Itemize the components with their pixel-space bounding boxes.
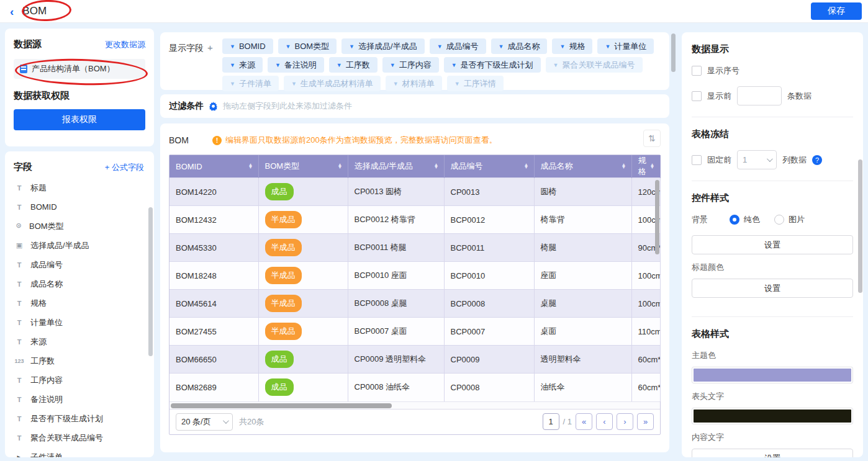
chevron-down-icon: ▼ (286, 43, 291, 50)
chevron-down-icon: ▼ (437, 43, 443, 50)
field-item[interactable]: ▶ 子件清单 (14, 447, 150, 457)
bg-color-set-button[interactable]: 设置 (692, 235, 853, 254)
display-field-chip[interactable]: ▼ 工序内容 (382, 57, 439, 73)
field-item[interactable]: T 工序内容 (14, 370, 150, 390)
content-text-set-button[interactable]: 设置 (692, 449, 853, 457)
chevron-down-icon: ▼ (393, 81, 399, 87)
field-item[interactable]: T 成品名称 (14, 274, 150, 293)
display-field-chip[interactable]: ▼ 成品编号 (430, 38, 486, 54)
sort-arrows-icon[interactable]: ▲▼ (524, 164, 529, 169)
field-item[interactable]: ⊙ BOM类型 (14, 217, 150, 236)
fields-scrollbar[interactable] (148, 207, 153, 356)
field-item[interactable]: T 计量单位 (14, 313, 150, 332)
table-row[interactable]: BOM45330 半成品 BCP0011 椅腿 BCP0011 椅腿 90cm*… (170, 234, 660, 262)
pagination-nav-button[interactable]: › (617, 413, 633, 430)
table-row[interactable]: BOM12432 半成品 BCP0012 椅靠背 BCP0012 椅靠背 100… (170, 206, 660, 234)
table-header-row: BOMID▲▼BOM类型▲▼选择成品/半成品▲▼成品编号▲▼成品名称▲▼规格▲▼ (170, 155, 660, 178)
table-column-header[interactable]: 成品名称▲▼ (534, 155, 631, 178)
display-field-chip[interactable]: ▼ 是否有下级生成计划 (444, 57, 541, 73)
table-horizontal-scrollbar[interactable] (170, 401, 660, 409)
display-field-chip[interactable]: ▼ 备注说明 (268, 57, 324, 73)
freeze-column-select[interactable]: 1 (737, 150, 777, 169)
show-index-checkbox[interactable] (692, 66, 702, 76)
sort-arrows-icon[interactable]: ▲▼ (248, 164, 253, 169)
field-item[interactable]: T 规格 (14, 293, 150, 313)
status-badge: 半成品 (265, 239, 302, 256)
freeze-prefix: 固定前 (707, 154, 731, 166)
table-row[interactable]: BOM14220 成品 CP0013 圆椅 CP0013 圆椅 120cm* (170, 178, 660, 206)
field-item[interactable]: 123 工序数 (14, 351, 150, 370)
datasource-item[interactable]: 产品结构清单（BOM） (14, 59, 145, 79)
table-column-header[interactable]: 规格▲▼ (631, 155, 660, 178)
display-field-chip-disabled[interactable]: ▼ 材料清单 (386, 76, 442, 91)
display-field-chip[interactable]: ▼ BOMID (222, 38, 273, 54)
fields-card: 字段 + 公式字段 T 标题 T BOMID ⊙ BOM类型 (5, 151, 154, 457)
field-type-icon: T (14, 338, 25, 346)
table-row[interactable]: BOM27455 半成品 BCP0007 桌面 BCP0007 桌面 110cm… (170, 318, 660, 346)
back-icon[interactable]: ‹ (10, 6, 14, 17)
pagination-nav-button[interactable]: » (637, 413, 654, 430)
show-first-checkbox[interactable] (692, 91, 702, 101)
display-field-chip[interactable]: ▼ BOM类型 (278, 38, 337, 54)
report-permission-button[interactable]: 报表权限 (14, 109, 145, 130)
display-field-chip[interactable]: ▼ 来源 (222, 57, 263, 73)
save-button[interactable]: 保存 (811, 2, 862, 20)
table-column-header[interactable]: BOMID▲▼ (170, 155, 258, 178)
sort-arrows-icon[interactable]: ▲▼ (650, 164, 655, 169)
chevron-down-icon: ▼ (559, 43, 565, 50)
pagination-nav-button[interactable]: ‹ (596, 413, 613, 430)
permission-title: 数据获取权限 (14, 90, 145, 102)
add-display-field-icon[interactable]: + (207, 42, 213, 53)
header-text-color-swatch[interactable] (692, 408, 853, 424)
display-field-chip[interactable]: ▼ 工序数 (329, 57, 377, 73)
table-column-header[interactable]: 成品编号▲▼ (444, 155, 534, 178)
middle-panel-scrollbar[interactable] (671, 34, 676, 72)
sort-arrows-icon[interactable]: ▲▼ (338, 164, 343, 169)
field-type-icon: T (14, 396, 25, 403)
sort-order-tool[interactable]: ⇅ (643, 130, 661, 147)
bg-image-radio[interactable] (774, 215, 784, 225)
sort-arrows-icon[interactable]: ▲▼ (622, 164, 626, 169)
bg-solid-radio[interactable] (730, 215, 739, 225)
field-item[interactable]: T 聚合关联半成品编号 (14, 428, 150, 447)
row-limit-input[interactable] (737, 86, 782, 105)
title-color-set-button[interactable]: 设置 (692, 279, 853, 298)
field-item[interactable]: T 是否有下级生成计划 (14, 409, 150, 428)
display-field-chip-disabled[interactable]: ▼ 聚合关联半成品编号 (546, 57, 643, 73)
table-column-header[interactable]: 选择成品/半成品▲▼ (348, 155, 444, 178)
table-row[interactable]: BOM18248 半成品 BCP0010 座面 BCP0010 座面 100cm… (170, 262, 660, 290)
field-item[interactable]: T 备注说明 (14, 390, 150, 409)
field-item[interactable]: T 标题 (14, 178, 150, 197)
page-number-input[interactable]: 1 (543, 413, 559, 430)
table-row[interactable]: BOM45614 半成品 BCP0008 桌腿 BCP0008 桌腿 100cm… (170, 290, 660, 318)
field-item[interactable]: ▣ 选择成品/半成品 (14, 236, 150, 255)
display-field-chip-disabled[interactable]: ▼ 生成半成品材料清单 (284, 76, 381, 91)
display-field-chip[interactable]: ▼ 规格 (552, 38, 592, 54)
display-field-chip-disabled[interactable]: ▼ 工序详情 (447, 76, 504, 91)
table-row[interactable]: BOM66650 成品 CP0009 透明塑料伞 CP0009 透明塑料伞 60… (170, 346, 660, 374)
display-field-chip[interactable]: ▼ 选择成品/半成品 (341, 38, 425, 54)
table-row[interactable]: BOM82689 成品 CP0008 油纸伞 CP0008 油纸伞 60cm*6 (170, 374, 660, 401)
add-formula-field-link[interactable]: + 公式字段 (105, 162, 144, 173)
filter-placeholder[interactable]: 拖动左侧字段到此处来添加过滤条件 (223, 101, 352, 112)
preview-warning: ! 编辑界面只取数据源前200条作为查询数据预览，完整数据请访问页面查看。 (212, 135, 497, 146)
page-size-select[interactable]: 20 条/页 (176, 413, 233, 431)
theme-color-swatch[interactable] (692, 367, 853, 383)
gear-icon[interactable] (209, 102, 218, 111)
field-item[interactable]: T 成品编号 (14, 255, 150, 274)
freeze-checkbox[interactable] (692, 155, 702, 165)
settings-scrollbar[interactable] (858, 159, 862, 293)
table-column-header[interactable]: BOM类型▲▼ (258, 155, 348, 178)
sort-arrows-icon[interactable]: ▲▼ (434, 164, 439, 169)
display-field-chip-disabled[interactable]: ▼ 子件清单 (222, 76, 279, 91)
field-item[interactable]: T BOMID (14, 197, 150, 217)
pagination-nav-button[interactable]: « (576, 413, 592, 430)
field-item[interactable]: T 来源 (14, 332, 150, 351)
datasource-name: 产品结构清单（BOM） (32, 63, 115, 74)
display-field-chip[interactable]: ▼ 计量单位 (597, 38, 654, 54)
change-datasource-link[interactable]: 更改数据源 (105, 39, 145, 50)
display-field-chip[interactable]: ▼ 成品名称 (491, 38, 548, 54)
table-vertical-scrollbar[interactable] (655, 180, 659, 254)
help-icon[interactable]: ? (812, 155, 822, 165)
field-label: 计量单位 (30, 317, 63, 328)
